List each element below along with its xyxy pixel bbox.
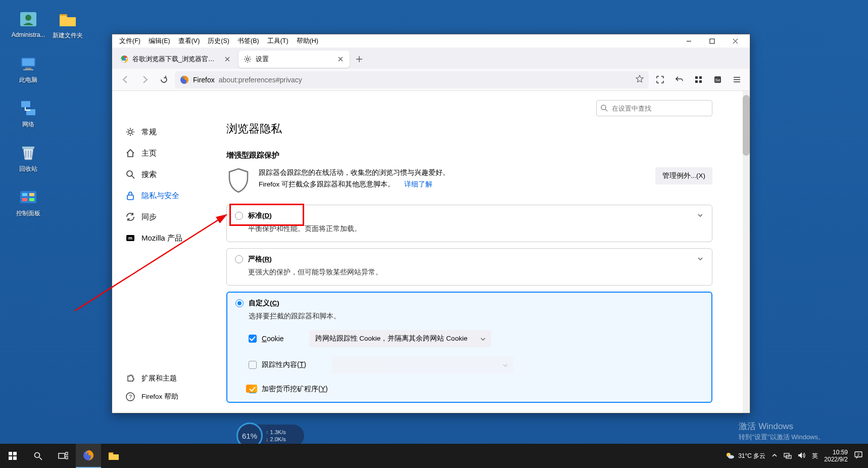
desktop-icon-administrator[interactable]: Administra... [9, 9, 47, 38]
settings-search-input[interactable] [596, 100, 712, 116]
svg-point-1 [25, 15, 31, 21]
firefox-window: 文件(F) 编辑(E) 查看(V) 历史(S) 书签(B) 工具(T) 帮助(H… [112, 34, 750, 413]
card-title: 自定义(C) [249, 299, 279, 308]
tray-ime[interactable]: 英 [812, 452, 818, 460]
category-search[interactable]: 搜索 [119, 164, 211, 185]
svg-text:m: m [128, 236, 132, 241]
desktop-icon-control-panel[interactable]: 控制面板 [9, 187, 47, 218]
tab-settings[interactable]: 设置 [238, 51, 350, 68]
weather-widget[interactable]: 31°C 多云 [725, 451, 765, 461]
tray-volume-icon[interactable] [798, 452, 806, 460]
taskview-button[interactable] [51, 444, 76, 468]
minimize-button[interactable] [677, 34, 700, 48]
card-title: 标准(D) [248, 211, 272, 220]
tab-chrome-download[interactable]: 谷歌浏览器下载_浏览器官网入口 [115, 51, 236, 68]
category-privacy[interactable]: 隐私与安全 [119, 185, 211, 206]
category-home[interactable]: 主页 [119, 143, 211, 164]
taskbar-search-button[interactable] [25, 444, 51, 468]
menu-tools[interactable]: 工具(T) [263, 36, 293, 46]
menu-bookmarks[interactable]: 书签(B) [233, 36, 263, 46]
firefox-icon [180, 75, 189, 84]
learn-more-link[interactable]: 详细了解 [404, 180, 432, 188]
protection-custom-card[interactable]: 自定义(C) 选择要拦截的跟踪器和脚本。 Cookie 跨网站跟踪性 Cooki… [226, 292, 712, 403]
scrollbar[interactable] [743, 91, 750, 413]
checkbox-cookie[interactable] [249, 335, 257, 343]
cookie-dropdown[interactable]: 跨网站跟踪性 Cookie，并隔离其余跨网站 Cookie [309, 330, 491, 347]
download-speed: 2.0K/s [270, 436, 286, 442]
action-center-icon[interactable]: 2 [854, 451, 863, 461]
svg-point-17 [247, 58, 249, 61]
selenium-icon[interactable]: Se [709, 72, 726, 88]
tab-close-icon[interactable] [223, 55, 231, 63]
checkbox-label: Cookie [262, 335, 284, 343]
screenshot-icon[interactable] [652, 72, 668, 88]
svg-point-44 [728, 455, 734, 459]
svg-text:2: 2 [857, 452, 860, 457]
tray-network-icon[interactable] [784, 452, 792, 460]
maximize-button[interactable] [700, 34, 724, 48]
checkbox-tracking-content[interactable] [249, 361, 257, 369]
checkbox-cryptominer[interactable] [249, 385, 257, 393]
back-button[interactable] [117, 72, 133, 88]
taskbar-firefox[interactable] [76, 444, 101, 468]
radio-standard[interactable] [235, 212, 243, 220]
checkbox-label: 跟踪性内容(T) [262, 360, 306, 369]
svg-rect-8 [22, 147, 34, 149]
new-tab-button[interactable] [352, 52, 367, 67]
desktop-icon-this-pc[interactable]: 此电脑 [9, 54, 47, 84]
grid-icon[interactable] [690, 72, 706, 88]
url-bar[interactable]: Firefox about:preferences#privacy [175, 71, 649, 88]
svg-rect-37 [13, 456, 17, 460]
category-general[interactable]: 常规 [119, 121, 211, 143]
protection-standard-card[interactable]: 标准(D) 平衡保护和性能。页面将正常加载。 [226, 205, 712, 242]
card-desc: 更强大的保护，但可能导致某些网站异常。 [235, 268, 704, 277]
desktop-icon-label: 新建文件夹 [49, 31, 87, 40]
preferences-content: 浏览器隐私 增强型跟踪保护 跟踪器会跟踪您的在线活动，收集您的浏览习惯与兴趣爱好… [218, 91, 743, 413]
menu-view[interactable]: 查看(V) [174, 36, 204, 46]
svg-point-32 [601, 105, 606, 110]
bookmark-star-icon[interactable] [636, 75, 644, 84]
page-title: 浏览器隐私 [226, 121, 712, 136]
protection-strict-card[interactable]: 严格(R) 更强大的保护，但可能导致某些网站异常。 [226, 248, 712, 286]
svg-rect-22 [699, 80, 702, 83]
scrollbar-thumb[interactable] [743, 95, 750, 156]
url-path: about:preferences#privacy [219, 76, 302, 84]
desktop-icon-recycle-bin[interactable]: 回收站 [9, 143, 47, 173]
start-button[interactable] [0, 444, 25, 468]
radio-strict[interactable] [235, 255, 243, 263]
reload-button[interactable] [156, 72, 172, 88]
tray-clock[interactable]: 10:59 2022/9/2 [824, 449, 848, 463]
close-button[interactable] [724, 34, 747, 48]
chevron-down-icon [480, 336, 486, 344]
svg-rect-35 [13, 452, 17, 455]
desktop-icon-network[interactable]: 网络 [9, 98, 47, 129]
tray-chevron-icon[interactable] [771, 452, 778, 460]
category-sync[interactable]: 同步 [119, 206, 211, 227]
manage-exceptions-button[interactable]: 管理例外...(X) [655, 167, 712, 184]
menu-help[interactable]: 帮助(H) [293, 36, 322, 46]
toolbar: Firefox about:preferences#privacy Se [112, 69, 750, 91]
menu-history[interactable]: 历史(S) [204, 36, 233, 46]
pc-icon [18, 54, 38, 74]
svg-rect-14 [710, 39, 714, 43]
chevron-down-icon[interactable] [697, 212, 704, 220]
tab-close-icon[interactable] [336, 55, 345, 63]
tracking-desc-line1: 跟踪器会跟踪您的在线活动，收集您的浏览习惯与兴趣爱好。 [259, 167, 647, 179]
desktop-icon-new-folder[interactable]: 新建文件夹 [49, 9, 87, 40]
menu-file[interactable]: 文件(F) [115, 36, 144, 46]
svg-rect-3 [22, 59, 34, 66]
taskbar-file-explorer[interactable] [101, 444, 126, 468]
tab-label: 设置 [256, 55, 332, 64]
network-icon [18, 98, 38, 118]
radio-custom[interactable] [235, 299, 244, 307]
category-more-mozilla[interactable]: m Mozilla 产品 [119, 227, 211, 249]
chevron-down-icon[interactable] [697, 255, 704, 264]
extensions-link[interactable]: 扩展和主题 [119, 369, 184, 388]
forward-button[interactable] [136, 72, 153, 88]
app-menu-button[interactable] [729, 72, 745, 88]
svg-rect-6 [21, 101, 30, 107]
menu-edit[interactable]: 编辑(E) [144, 36, 174, 46]
help-link[interactable]: ? Firefox 帮助 [119, 388, 184, 406]
undo-icon[interactable] [671, 72, 687, 88]
system-tray: 31°C 多云 英 10:59 2022/9/2 2 [725, 449, 868, 463]
